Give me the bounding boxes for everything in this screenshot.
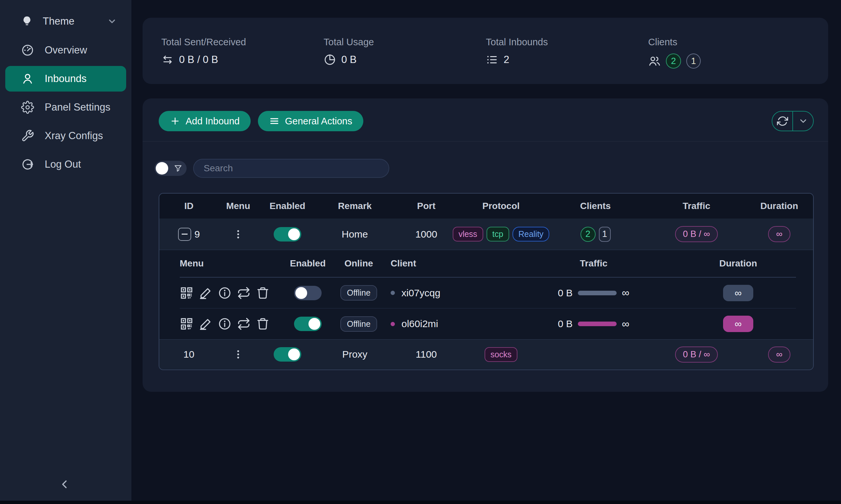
qr-code-icon[interactable] <box>180 317 193 331</box>
filter-toggle[interactable] <box>154 161 187 176</box>
traffic-limit: ∞ <box>622 287 630 299</box>
sidebar-item-label: Log Out <box>45 159 81 170</box>
pie-chart-icon <box>324 53 336 66</box>
client-row: Offline ol60i2mi 0 B ∞ ∞ <box>180 308 796 339</box>
sidebar-item-logout[interactable]: Log Out <box>5 151 126 177</box>
chevron-down-icon <box>107 16 117 26</box>
sidebar-item-label: Panel Settings <box>45 102 110 113</box>
collapse-row-button[interactable] <box>178 228 191 241</box>
search-input[interactable] <box>193 159 389 178</box>
client-enabled-toggle[interactable] <box>294 286 322 300</box>
inbounds-card: Add Inbound General Actions ID Menu Enab… <box>142 98 828 392</box>
stat-label: Total Usage <box>324 37 374 48</box>
inbound-enabled-toggle[interactable] <box>274 227 301 241</box>
sidebar-item-xray-configs[interactable]: Xray Configs <box>5 123 126 149</box>
duration-pill: ∞ <box>723 316 753 332</box>
row-menu-button[interactable] <box>219 228 258 240</box>
bottom-edge-strip <box>0 501 841 504</box>
inbound-remark: Home <box>317 229 393 240</box>
kebab-menu-icon <box>232 228 244 240</box>
traffic-limit: ∞ <box>622 318 630 330</box>
hamburger-icon <box>269 116 279 126</box>
theme-selector[interactable]: Theme <box>0 0 132 34</box>
stat-clients: Clients 2 1 <box>648 37 701 69</box>
info-icon[interactable] <box>218 317 231 331</box>
sidebar-item-inbounds[interactable]: Inbounds <box>5 66 126 92</box>
traffic-progress-bar <box>578 322 617 326</box>
sidebar-item-panel-settings[interactable]: Panel Settings <box>5 94 126 120</box>
table-header-row: ID Menu Enabled Remark Port Protocol Cli… <box>159 194 813 218</box>
sidebar-collapse-button[interactable] <box>56 476 72 492</box>
client-row: Offline xi07ycqg 0 B ∞ ∞ <box>180 277 796 308</box>
trash-icon[interactable] <box>256 286 270 300</box>
stat-total-inbounds: Total Inbounds 2 <box>486 37 548 66</box>
toggle-knob <box>308 318 320 330</box>
col-header-protocol: Protocol <box>460 201 542 211</box>
row-menu-button[interactable] <box>219 348 258 360</box>
edit-icon[interactable] <box>199 286 212 300</box>
toggle-knob <box>288 348 300 360</box>
traffic-pill: 0 B / ∞ <box>675 226 718 242</box>
minus-icon <box>182 234 188 235</box>
toggle-knob <box>288 228 300 240</box>
stat-total-usage: Total Usage 0 B <box>324 37 374 66</box>
client-color-dot <box>391 291 395 295</box>
subcol-header-duration: Duration <box>679 258 797 269</box>
stat-label: Total Sent/Received <box>161 37 246 48</box>
sidebar-item-label: Overview <box>45 44 87 56</box>
protocol-badge: vless <box>453 227 483 241</box>
inbound-remark: Proxy <box>317 349 393 360</box>
inbound-enabled-toggle[interactable] <box>274 347 301 362</box>
inbound-port: 1000 <box>393 229 460 240</box>
col-header-port: Port <box>393 201 460 211</box>
col-header-menu: Menu <box>219 201 258 211</box>
refresh-options-button[interactable] <box>792 111 813 131</box>
qr-code-icon[interactable] <box>180 286 193 300</box>
users-icon <box>648 55 660 67</box>
person-icon <box>21 72 34 85</box>
traffic-progress-bar <box>578 291 617 295</box>
inbounds-table: ID Menu Enabled Remark Port Protocol Cli… <box>159 193 814 370</box>
table-row: 9 Home 1000 vless tcp Reality 2 1 0 B / … <box>159 218 813 250</box>
refresh-button[interactable] <box>772 111 792 131</box>
sidebar: Theme Overview Inbounds Panel Settings X… <box>0 0 132 504</box>
protocol-badge: socks <box>484 347 517 362</box>
plus-icon <box>170 116 181 126</box>
col-header-traffic: Traffic <box>649 201 744 211</box>
subcol-header-client: Client <box>387 258 508 269</box>
edit-icon[interactable] <box>199 317 212 331</box>
sidebar-item-label: Inbounds <box>45 73 87 85</box>
sidebar-item-overview[interactable]: Overview <box>5 37 126 63</box>
refresh-icon <box>777 115 788 127</box>
sidebar-item-label: Xray Configs <box>45 130 103 142</box>
subcol-header-traffic: Traffic <box>508 258 679 269</box>
duration-pill: ∞ <box>768 226 790 242</box>
client-actions <box>180 317 285 331</box>
col-header-clients: Clients <box>542 201 649 211</box>
table-row: 10 Proxy 1100 socks 0 B / ∞ ∞ <box>159 340 813 369</box>
clients-total-badge: 1 <box>686 53 701 69</box>
online-status-badge: Offline <box>340 316 377 332</box>
traffic-used: 0 B <box>558 287 572 299</box>
reset-traffic-icon[interactable] <box>237 286 251 300</box>
transfer-arrows-icon <box>161 53 174 66</box>
client-color-dot <box>391 322 395 326</box>
stat-sent-received: Total Sent/Received 0 B / 0 B <box>161 37 246 66</box>
stat-value: 0 B / 0 B <box>179 54 218 66</box>
reset-traffic-icon[interactable] <box>237 317 251 331</box>
add-inbound-button[interactable]: Add Inbound <box>159 111 251 131</box>
inbound-id: 9 <box>194 229 200 240</box>
info-icon[interactable] <box>218 286 231 300</box>
chevron-left-icon <box>58 478 71 491</box>
clients-online-badge: 2 <box>666 53 681 69</box>
client-enabled-toggle[interactable] <box>294 317 322 331</box>
toggle-knob <box>156 162 168 175</box>
refresh-split-button <box>772 111 814 131</box>
duration-pill: ∞ <box>723 285 753 301</box>
general-actions-button[interactable]: General Actions <box>258 111 363 131</box>
stat-value: 2 <box>504 54 509 66</box>
toolbar: Add Inbound General Actions <box>159 111 814 131</box>
trash-icon[interactable] <box>256 317 270 331</box>
transport-badge: tcp <box>486 227 509 241</box>
sidebar-nav: Overview Inbounds Panel Settings Xray Co… <box>0 37 132 177</box>
